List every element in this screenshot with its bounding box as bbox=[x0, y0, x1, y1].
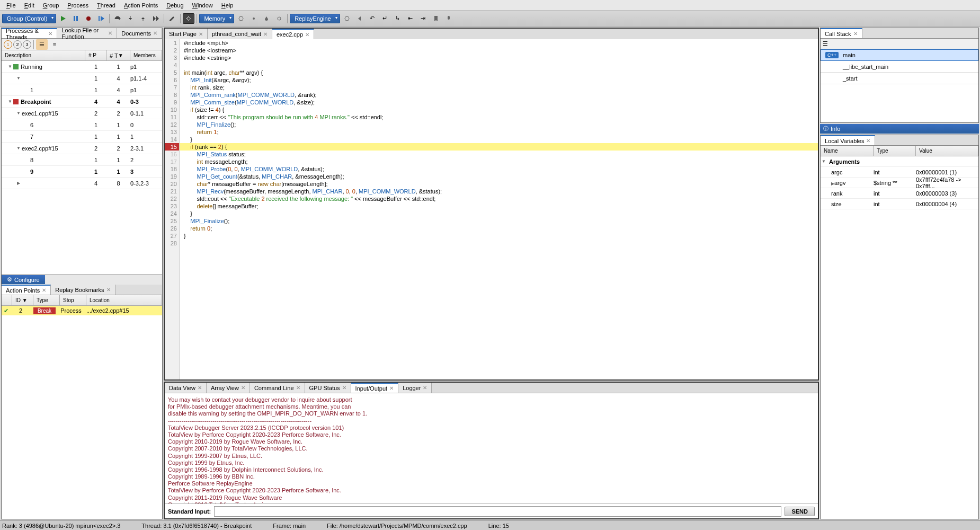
vars-body[interactable]: ▼Argumentsargcint0x00000001 (1)▶argv$str… bbox=[821, 156, 978, 519]
send-button[interactable]: SEND bbox=[785, 507, 815, 516]
group-control-dropdown[interactable]: Group (Control) bbox=[2, 14, 56, 23]
menu-edit[interactable]: Edit bbox=[20, 2, 39, 8]
action-point-row[interactable]: ✔ 2 Break Process .../exec2.cpp#15 bbox=[2, 306, 162, 315]
col-members[interactable]: Members bbox=[130, 50, 162, 60]
arguments-header[interactable]: ▼Arguments bbox=[821, 156, 978, 167]
tab-logger[interactable]: Logger✕ bbox=[398, 383, 432, 393]
stack-frame[interactable]: C++main bbox=[821, 49, 978, 61]
tab-action-points[interactable]: Action Points✕ bbox=[2, 285, 51, 295]
tab-processes-threads[interactable]: Processes & Threads✕ bbox=[2, 28, 57, 38]
tree-row[interactable]: ▼exec1.cpp#15220-1.1 bbox=[2, 108, 162, 119]
tree-row[interactable]: 114p1 bbox=[2, 84, 162, 96]
configure-button[interactable]: ⚙ Configure bbox=[2, 275, 45, 284]
tab-exec2-cpp[interactable]: exec2.cpp✕ bbox=[272, 29, 314, 39]
stdin-input[interactable] bbox=[214, 506, 781, 517]
var-row[interactable]: ▶argv$string **0x7fff72e4fa78 -> 0x7fff.… bbox=[821, 178, 978, 188]
menu-help[interactable]: Help bbox=[217, 2, 238, 8]
tab-pthread-cond-wait[interactable]: pthread_cond_wait✕ bbox=[208, 29, 272, 39]
play-icon[interactable] bbox=[57, 13, 69, 24]
close-icon[interactable]: ✕ bbox=[853, 31, 858, 37]
tree-row[interactable]: ▼Breakpoint440-3 bbox=[2, 96, 162, 108]
close-icon[interactable]: ✕ bbox=[153, 30, 157, 36]
tab-input-output[interactable]: Input/Output✕ bbox=[351, 383, 399, 393]
tab-start-page[interactable]: Start Page✕ bbox=[165, 29, 208, 39]
callstack-body[interactable]: C++main__libc_start_main_start bbox=[821, 49, 978, 122]
col-p[interactable]: # P bbox=[85, 50, 106, 60]
flat-view-icon[interactable]: ≡ bbox=[49, 39, 60, 50]
close-icon[interactable]: ✕ bbox=[423, 385, 427, 391]
stack-frame[interactable]: __libc_start_main bbox=[821, 61, 978, 73]
mic-icon[interactable] bbox=[443, 13, 455, 24]
action-points-body[interactable]: ✔ 2 Break Process .../exec2.cpp#15 bbox=[2, 306, 162, 519]
tab-array-view[interactable]: Array View✕ bbox=[207, 383, 250, 393]
close-icon[interactable]: ✕ bbox=[241, 385, 245, 391]
record-icon[interactable] bbox=[83, 13, 94, 24]
process-3-icon[interactable]: 3 bbox=[23, 40, 31, 49]
tab-data-view[interactable]: Data View✕ bbox=[165, 383, 207, 393]
local-vars-tab[interactable]: Local Variables✕ bbox=[821, 135, 875, 145]
replay-dropdown[interactable]: ReplayEngine bbox=[290, 14, 340, 23]
step-out-icon[interactable] bbox=[137, 13, 149, 24]
col-type[interactable]: Type bbox=[33, 295, 60, 305]
col-t[interactable]: # T ▼ bbox=[106, 50, 130, 60]
tree-row[interactable]: ▶480-3.2-3 bbox=[2, 178, 162, 189]
tree-row[interactable]: ▼Running11p1 bbox=[2, 61, 162, 73]
var-row[interactable]: sizeint0x00000004 (4) bbox=[821, 199, 978, 209]
replay-back-icon[interactable] bbox=[354, 13, 366, 24]
step-into-icon[interactable] bbox=[124, 13, 136, 24]
close-icon[interactable]: ✕ bbox=[198, 385, 202, 391]
info-header[interactable]: ⓘ Info bbox=[820, 124, 979, 134]
menu-process[interactable]: Process bbox=[63, 2, 93, 8]
mem-target-icon[interactable] bbox=[235, 13, 247, 24]
code-editor[interactable]: 1234567891011121314151617181920212223242… bbox=[165, 39, 818, 379]
tree-row[interactable]: 9113 bbox=[2, 166, 162, 178]
col-description[interactable]: Description bbox=[2, 50, 85, 60]
tree-row[interactable]: 6110 bbox=[2, 119, 162, 131]
edit-icon[interactable] bbox=[166, 13, 178, 24]
filter-icon[interactable]: ☰ bbox=[823, 40, 828, 47]
tab-command-line[interactable]: Command Line✕ bbox=[250, 383, 305, 393]
close-icon[interactable]: ✕ bbox=[42, 287, 46, 293]
run-to-icon[interactable] bbox=[150, 13, 162, 24]
menu-window[interactable]: Window bbox=[188, 2, 217, 8]
gear-icon[interactable] bbox=[183, 13, 194, 24]
process-2-icon[interactable]: 2 bbox=[13, 40, 22, 49]
tab-gpu-status[interactable]: GPU Status✕ bbox=[305, 383, 351, 393]
close-icon[interactable]: ✕ bbox=[199, 31, 203, 37]
stack-frame[interactable]: _start bbox=[821, 73, 978, 84]
tab-documents[interactable]: Documents✕ bbox=[117, 28, 162, 38]
tree-row[interactable]: 7111 bbox=[2, 131, 162, 143]
close-icon[interactable]: ✕ bbox=[389, 385, 394, 391]
menu-thread[interactable]: Thread bbox=[93, 2, 120, 8]
bookmark-icon[interactable] bbox=[430, 13, 442, 24]
mem-dot-icon[interactable] bbox=[248, 13, 260, 24]
replay-goto-start-icon[interactable]: ⇤ bbox=[405, 13, 416, 24]
var-row[interactable]: rankint0x00000003 (3) bbox=[821, 188, 978, 199]
check-icon[interactable]: ✔ bbox=[2, 307, 10, 314]
close-icon[interactable]: ✕ bbox=[342, 385, 346, 391]
col-value[interactable]: Value bbox=[916, 146, 978, 156]
process-1-icon[interactable]: 1 bbox=[4, 40, 12, 49]
col-id[interactable]: ID ▼ bbox=[12, 295, 33, 305]
close-icon[interactable]: ✕ bbox=[296, 385, 300, 391]
col-location[interactable]: Location bbox=[86, 295, 162, 305]
callstack-tab[interactable]: Call Stack✕ bbox=[821, 28, 862, 38]
tab-lookup-file-or-function[interactable]: Lookup File or Function✕ bbox=[57, 28, 117, 38]
menu-action-points[interactable]: Action Points bbox=[120, 2, 162, 8]
mem-drop-icon[interactable] bbox=[261, 13, 272, 24]
tree-row[interactable]: ▼14p1.1-4 bbox=[2, 73, 162, 84]
replay-rev-into-icon[interactable]: ↵ bbox=[379, 13, 391, 24]
replay-goto-end-icon[interactable]: ⇥ bbox=[417, 13, 429, 24]
tab-replay-bookmarks[interactable]: Replay Bookmarks✕ bbox=[51, 285, 115, 295]
close-icon[interactable]: ✕ bbox=[108, 30, 112, 36]
menu-debug[interactable]: Debug bbox=[162, 2, 188, 8]
menu-file[interactable]: File bbox=[2, 2, 20, 8]
process-tree[interactable]: ▼Running11p1▼14p1.1-4114p1▼Breakpoint440… bbox=[2, 61, 162, 274]
menu-group[interactable]: Group bbox=[39, 2, 64, 8]
tree-row[interactable]: ▼exec2.cpp#15222-3.1 bbox=[2, 143, 162, 154]
close-icon[interactable]: ✕ bbox=[106, 287, 111, 293]
mem-gear-icon[interactable] bbox=[273, 13, 285, 24]
memory-dropdown[interactable]: Memory bbox=[199, 14, 234, 23]
col-name[interactable]: Name bbox=[821, 146, 874, 156]
tree-row[interactable]: 8112 bbox=[2, 154, 162, 166]
